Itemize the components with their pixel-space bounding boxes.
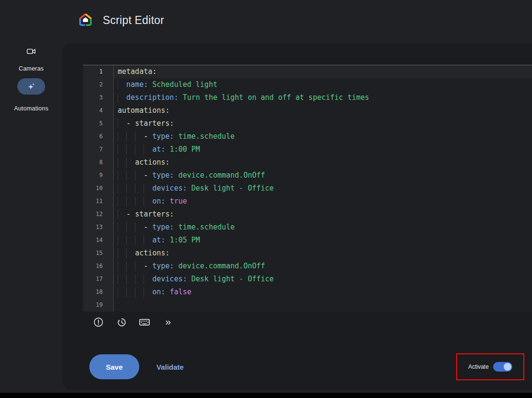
code-line-content: on: true xyxy=(114,195,532,208)
save-button[interactable]: Save xyxy=(89,354,139,379)
selected-pill xyxy=(17,78,45,95)
line-number: 6 xyxy=(83,130,114,143)
code-line[interactable]: 5 - starters: xyxy=(83,117,532,130)
indent-guide xyxy=(126,287,127,297)
indent-guide xyxy=(118,157,118,168)
indent-guide xyxy=(118,235,118,245)
code-line-content: - type: time.schedule xyxy=(114,221,532,234)
code-line-content xyxy=(114,299,532,312)
code-line[interactable]: 19 xyxy=(83,299,532,312)
indent-guide xyxy=(118,119,118,129)
line-number: 15 xyxy=(83,247,114,260)
code-line[interactable]: 9 - type: device.command.OnOff xyxy=(83,169,532,182)
indent-guide xyxy=(135,261,135,271)
line-number: 3 xyxy=(83,91,114,104)
line-number: 13 xyxy=(83,221,114,234)
line-number: 11 xyxy=(83,195,114,208)
editor-toolbar: » xyxy=(92,315,174,329)
sidebar-item-automations[interactable]: Automations xyxy=(0,78,62,112)
line-number: 9 xyxy=(83,169,114,182)
toggle-knob xyxy=(504,363,511,371)
code-line-content: at: 1:00 PM xyxy=(114,143,532,156)
code-line-content: actions: xyxy=(114,247,532,260)
code-line[interactable]: 17 devices: Desk light - Office xyxy=(83,273,532,286)
line-number: 18 xyxy=(83,286,114,299)
code-line[interactable]: 10 devices: Desk light - Office xyxy=(83,182,532,195)
activate-toggle[interactable] xyxy=(493,362,512,372)
google-home-logo-icon xyxy=(78,12,93,27)
code-line-content: on: false xyxy=(114,286,532,299)
camera-icon xyxy=(26,46,36,57)
sparkle-icon xyxy=(26,82,36,91)
code-line-content: - type: device.command.OnOff xyxy=(114,260,532,273)
indent-guide xyxy=(118,261,118,271)
header: Script Editor xyxy=(0,0,532,43)
line-number: 14 xyxy=(83,234,114,247)
code-line-content: actions: xyxy=(114,156,532,169)
code-line[interactable]: 11 on: true xyxy=(83,195,532,208)
code-line-content: devices: Desk light - Office xyxy=(114,273,532,286)
indent-guide xyxy=(144,235,144,245)
code-line[interactable]: 15 actions: xyxy=(83,247,532,260)
code-editor[interactable]: 1metadata:2 name: Scheduled light3 descr… xyxy=(83,65,532,312)
code-line-content: - starters: xyxy=(114,208,532,221)
indent-guide xyxy=(135,287,135,297)
code-line[interactable]: 1metadata: xyxy=(83,65,532,78)
line-number: 17 xyxy=(83,273,114,286)
bottom-black-bar xyxy=(0,393,532,398)
problems-icon[interactable] xyxy=(92,316,105,328)
code-line[interactable]: 8 actions: xyxy=(83,156,532,169)
code-line-content: description: Turn the light on and off a… xyxy=(114,91,532,104)
indent-guide xyxy=(118,209,118,219)
code-line-content: automations: xyxy=(114,104,532,117)
indent-guide xyxy=(135,274,135,284)
indent-guide xyxy=(126,261,127,271)
line-number: 5 xyxy=(83,117,114,130)
indent-guide xyxy=(118,274,118,284)
code-line-content: at: 1:05 PM xyxy=(114,234,532,247)
indent-guide xyxy=(144,183,144,193)
sidebar: Cameras Automations xyxy=(0,43,62,390)
indent-guide xyxy=(135,170,135,181)
line-number: 7 xyxy=(83,143,114,156)
code-line[interactable]: 6 - type: time.schedule xyxy=(83,130,532,143)
page-title: Script Editor xyxy=(103,14,164,27)
code-line[interactable]: 16 - type: device.command.OnOff xyxy=(83,260,532,273)
indent-guide xyxy=(135,132,135,142)
indent-guide xyxy=(135,235,135,245)
code-line[interactable]: 14 at: 1:05 PM xyxy=(83,234,532,247)
validate-button[interactable]: Validate xyxy=(154,362,187,372)
code-line[interactable]: 18 on: false xyxy=(83,286,532,299)
indent-guide xyxy=(118,93,118,103)
indent-guide xyxy=(126,222,127,232)
indent-guide xyxy=(118,222,118,232)
indent-guide xyxy=(126,235,127,245)
line-number: 16 xyxy=(83,260,114,273)
code-line-content: metadata: xyxy=(114,65,532,78)
history-icon[interactable] xyxy=(115,316,128,328)
code-line[interactable]: 12 - starters: xyxy=(83,208,532,221)
indent-guide xyxy=(126,145,127,155)
code-line-content: - type: device.command.OnOff xyxy=(114,169,532,182)
script-editor-card: 1metadata:2 name: Scheduled light3 descr… xyxy=(62,43,532,390)
indent-guide xyxy=(144,145,144,155)
indent-guide xyxy=(118,248,118,258)
sidebar-item-cameras[interactable]: Cameras xyxy=(0,46,62,72)
code-line-content: name: Scheduled light xyxy=(114,78,532,91)
line-number: 10 xyxy=(83,182,114,195)
line-number: 1 xyxy=(83,65,114,78)
indent-guide xyxy=(126,248,127,258)
more-icon[interactable]: » xyxy=(161,316,174,328)
indent-guide xyxy=(118,287,118,297)
code-line[interactable]: 4automations: xyxy=(83,104,532,117)
indent-guide xyxy=(135,222,135,232)
code-line-content: - starters: xyxy=(114,117,532,130)
code-line[interactable]: 13 - type: time.schedule xyxy=(83,221,532,234)
indent-guide xyxy=(126,274,127,284)
code-line[interactable]: 7 at: 1:00 PM xyxy=(83,143,532,156)
code-line[interactable]: 2 name: Scheduled light xyxy=(83,78,532,91)
keyboard-icon[interactable] xyxy=(138,316,151,328)
code-line[interactable]: 3 description: Turn the light on and off… xyxy=(83,91,532,104)
sidebar-item-label: Cameras xyxy=(19,65,44,72)
indent-guide xyxy=(126,157,127,168)
